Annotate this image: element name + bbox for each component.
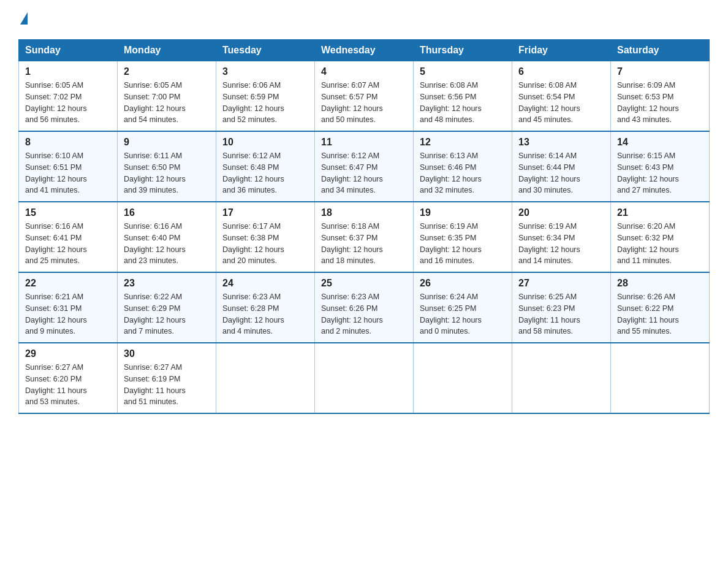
day-number: 26 xyxy=(420,278,506,289)
calendar-week-2: 8Sunrise: 6:10 AMSunset: 6:51 PMDaylight… xyxy=(19,131,710,202)
weekday-header-saturday: Saturday xyxy=(611,40,710,61)
calendar-day-cell xyxy=(611,343,710,413)
calendar-header: SundayMondayTuesdayWednesdayThursdayFrid… xyxy=(19,40,710,61)
day-number: 29 xyxy=(25,348,111,359)
calendar-day-cell: 26Sunrise: 6:24 AMSunset: 6:25 PMDayligh… xyxy=(414,272,512,343)
calendar-day-cell: 9Sunrise: 6:11 AMSunset: 6:50 PMDaylight… xyxy=(118,131,216,202)
day-info: Sunrise: 6:11 AMSunset: 6:50 PMDaylight:… xyxy=(124,150,210,196)
day-number: 19 xyxy=(420,207,506,218)
calendar-day-cell: 11Sunrise: 6:12 AMSunset: 6:47 PMDayligh… xyxy=(315,131,414,202)
day-number: 21 xyxy=(617,207,703,218)
day-info: Sunrise: 6:17 AMSunset: 6:38 PMDaylight:… xyxy=(222,221,308,267)
calendar-day-cell: 25Sunrise: 6:23 AMSunset: 6:26 PMDayligh… xyxy=(315,272,414,343)
day-number: 25 xyxy=(321,278,407,289)
day-number: 8 xyxy=(25,137,111,148)
calendar-day-cell: 13Sunrise: 6:14 AMSunset: 6:44 PMDayligh… xyxy=(512,131,611,202)
weekday-header-tuesday: Tuesday xyxy=(216,40,315,61)
day-info: Sunrise: 6:22 AMSunset: 6:29 PMDaylight:… xyxy=(124,291,210,337)
day-number: 13 xyxy=(518,137,604,148)
calendar-day-cell: 28Sunrise: 6:26 AMSunset: 6:22 PMDayligh… xyxy=(611,272,710,343)
calendar-body: 1Sunrise: 6:05 AMSunset: 7:02 PMDaylight… xyxy=(19,61,710,414)
calendar-day-cell: 5Sunrise: 6:08 AMSunset: 6:56 PMDaylight… xyxy=(414,61,512,132)
day-number: 27 xyxy=(518,278,604,289)
calendar-day-cell: 22Sunrise: 6:21 AMSunset: 6:31 PMDayligh… xyxy=(19,272,118,343)
calendar-day-cell xyxy=(315,343,414,413)
day-info: Sunrise: 6:12 AMSunset: 6:48 PMDaylight:… xyxy=(222,150,308,196)
day-number: 14 xyxy=(617,137,703,148)
day-number: 24 xyxy=(222,278,308,289)
day-info: Sunrise: 6:14 AMSunset: 6:44 PMDaylight:… xyxy=(518,150,604,196)
calendar-day-cell: 27Sunrise: 6:25 AMSunset: 6:23 PMDayligh… xyxy=(512,272,611,343)
weekday-header-row: SundayMondayTuesdayWednesdayThursdayFrid… xyxy=(19,40,710,61)
day-info: Sunrise: 6:24 AMSunset: 6:25 PMDaylight:… xyxy=(420,291,506,337)
calendar-day-cell xyxy=(414,343,512,413)
calendar-week-1: 1Sunrise: 6:05 AMSunset: 7:02 PMDaylight… xyxy=(19,61,710,132)
calendar-week-3: 15Sunrise: 6:16 AMSunset: 6:41 PMDayligh… xyxy=(19,202,710,272)
calendar-day-cell: 20Sunrise: 6:19 AMSunset: 6:34 PMDayligh… xyxy=(512,202,611,272)
day-number: 11 xyxy=(321,137,407,148)
day-number: 28 xyxy=(617,278,703,289)
day-number: 30 xyxy=(124,348,210,359)
calendar-day-cell: 10Sunrise: 6:12 AMSunset: 6:48 PMDayligh… xyxy=(216,131,315,202)
calendar-day-cell: 12Sunrise: 6:13 AMSunset: 6:46 PMDayligh… xyxy=(414,131,512,202)
day-info: Sunrise: 6:26 AMSunset: 6:22 PMDaylight:… xyxy=(617,291,703,337)
weekday-header-monday: Monday xyxy=(118,40,216,61)
calendar-day-cell: 18Sunrise: 6:18 AMSunset: 6:37 PMDayligh… xyxy=(315,202,414,272)
day-number: 18 xyxy=(321,207,407,218)
day-info: Sunrise: 6:21 AMSunset: 6:31 PMDaylight:… xyxy=(25,291,111,337)
weekday-header-friday: Friday xyxy=(512,40,611,61)
weekday-header-sunday: Sunday xyxy=(19,40,118,61)
day-info: Sunrise: 6:06 AMSunset: 6:59 PMDaylight:… xyxy=(222,80,308,126)
calendar-day-cell: 2Sunrise: 6:05 AMSunset: 7:00 PMDaylight… xyxy=(118,61,216,132)
day-info: Sunrise: 6:27 AMSunset: 6:20 PMDaylight:… xyxy=(25,362,111,408)
calendar-day-cell: 23Sunrise: 6:22 AMSunset: 6:29 PMDayligh… xyxy=(118,272,216,343)
day-number: 1 xyxy=(25,66,111,77)
day-number: 3 xyxy=(222,66,308,77)
logo xyxy=(18,12,28,27)
day-number: 2 xyxy=(124,66,210,77)
day-info: Sunrise: 6:19 AMSunset: 6:35 PMDaylight:… xyxy=(420,221,506,267)
day-number: 22 xyxy=(25,278,111,289)
day-info: Sunrise: 6:16 AMSunset: 6:40 PMDaylight:… xyxy=(124,221,210,267)
day-info: Sunrise: 6:18 AMSunset: 6:37 PMDaylight:… xyxy=(321,221,407,267)
day-info: Sunrise: 6:23 AMSunset: 6:26 PMDaylight:… xyxy=(321,291,407,337)
day-number: 9 xyxy=(124,137,210,148)
day-info: Sunrise: 6:27 AMSunset: 6:19 PMDaylight:… xyxy=(124,362,210,408)
day-number: 17 xyxy=(222,207,308,218)
day-info: Sunrise: 6:23 AMSunset: 6:28 PMDaylight:… xyxy=(222,291,308,337)
day-number: 10 xyxy=(222,137,308,148)
weekday-header-thursday: Thursday xyxy=(414,40,512,61)
day-number: 7 xyxy=(617,66,703,77)
calendar-table: SundayMondayTuesdayWednesdayThursdayFrid… xyxy=(18,39,710,414)
day-info: Sunrise: 6:20 AMSunset: 6:32 PMDaylight:… xyxy=(617,221,703,267)
calendar-day-cell xyxy=(512,343,611,413)
calendar-day-cell: 4Sunrise: 6:07 AMSunset: 6:57 PMDaylight… xyxy=(315,61,414,132)
day-info: Sunrise: 6:16 AMSunset: 6:41 PMDaylight:… xyxy=(25,221,111,267)
calendar-day-cell: 17Sunrise: 6:17 AMSunset: 6:38 PMDayligh… xyxy=(216,202,315,272)
day-info: Sunrise: 6:12 AMSunset: 6:47 PMDaylight:… xyxy=(321,150,407,196)
calendar-day-cell: 30Sunrise: 6:27 AMSunset: 6:19 PMDayligh… xyxy=(118,343,216,413)
day-info: Sunrise: 6:05 AMSunset: 7:00 PMDaylight:… xyxy=(124,80,210,126)
calendar-week-5: 29Sunrise: 6:27 AMSunset: 6:20 PMDayligh… xyxy=(19,343,710,413)
day-info: Sunrise: 6:10 AMSunset: 6:51 PMDaylight:… xyxy=(25,150,111,196)
calendar-day-cell: 24Sunrise: 6:23 AMSunset: 6:28 PMDayligh… xyxy=(216,272,315,343)
day-number: 6 xyxy=(518,66,604,77)
day-number: 23 xyxy=(124,278,210,289)
calendar-day-cell: 14Sunrise: 6:15 AMSunset: 6:43 PMDayligh… xyxy=(611,131,710,202)
calendar-day-cell: 8Sunrise: 6:10 AMSunset: 6:51 PMDaylight… xyxy=(19,131,118,202)
day-info: Sunrise: 6:08 AMSunset: 6:54 PMDaylight:… xyxy=(518,80,604,126)
page-header xyxy=(18,12,710,27)
day-number: 15 xyxy=(25,207,111,218)
calendar-week-4: 22Sunrise: 6:21 AMSunset: 6:31 PMDayligh… xyxy=(19,272,710,343)
calendar-day-cell: 7Sunrise: 6:09 AMSunset: 6:53 PMDaylight… xyxy=(611,61,710,132)
day-info: Sunrise: 6:19 AMSunset: 6:34 PMDaylight:… xyxy=(518,221,604,267)
day-number: 12 xyxy=(420,137,506,148)
calendar-day-cell: 3Sunrise: 6:06 AMSunset: 6:59 PMDaylight… xyxy=(216,61,315,132)
day-number: 16 xyxy=(124,207,210,218)
calendar-day-cell: 1Sunrise: 6:05 AMSunset: 7:02 PMDaylight… xyxy=(19,61,118,132)
day-number: 20 xyxy=(518,207,604,218)
calendar-day-cell xyxy=(216,343,315,413)
day-info: Sunrise: 6:05 AMSunset: 7:02 PMDaylight:… xyxy=(25,80,111,126)
day-number: 5 xyxy=(420,66,506,77)
day-info: Sunrise: 6:07 AMSunset: 6:57 PMDaylight:… xyxy=(321,80,407,126)
